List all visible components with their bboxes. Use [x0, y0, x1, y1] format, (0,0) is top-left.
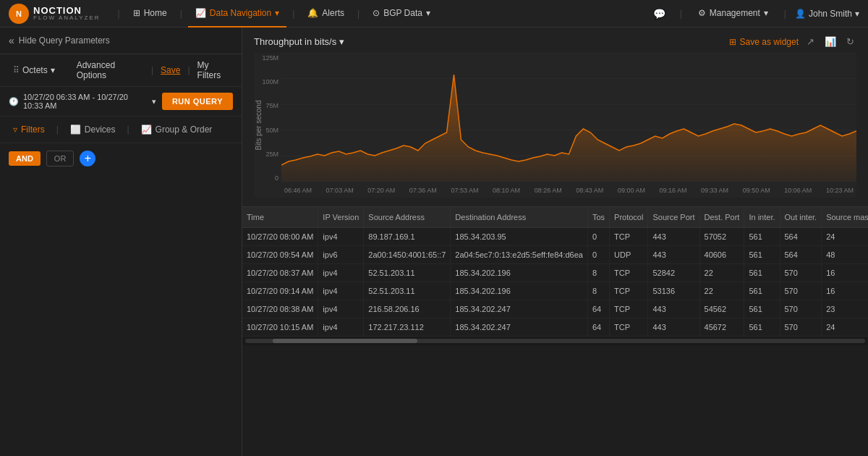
save-widget-label: Save as widget [740, 37, 799, 47]
and-button[interactable]: AND [9, 151, 41, 166]
nav-data-navigation[interactable]: 📈 Data Navigation ▾ [188, 0, 286, 28]
table-cell: 10/27/20 08:00 AM [242, 228, 318, 246]
table-cell: 561 [744, 318, 780, 337]
add-filter-button[interactable]: + [80, 151, 95, 166]
datetime-label: 10/27/20 06:33 AM - 10/27/20 10:33 AM [23, 93, 148, 110]
horizontal-scrollbar[interactable] [242, 337, 868, 345]
group-order-tab[interactable]: 📈 Group & Order [137, 122, 217, 137]
data-nav-icon: 📈 [195, 8, 206, 18]
query-options-row: ⠿ Octets ▾ Advanced Options | Save | My … [0, 54, 242, 87]
table-cell: 22 [699, 282, 744, 300]
table-cell: 2a04:5ec7:0:13:e2d5:5eff:fe84:d6ea [451, 246, 588, 264]
scrollbar-track[interactable] [245, 339, 865, 343]
table-cell: 16 [822, 264, 868, 282]
refresh-icon[interactable]: ↻ [844, 36, 856, 47]
table-cell: 10/27/20 08:37 AM [242, 264, 318, 282]
table-cell: 561 [744, 300, 780, 318]
col-protocol: Protocol [610, 207, 648, 228]
filters-tab[interactable]: ▿ Filters [9, 122, 49, 137]
table-cell: 185.34.202.196 [451, 264, 588, 282]
table-cell: 570 [780, 282, 822, 300]
x-label-3: 07:20 AM [367, 187, 395, 194]
chevron-down-chart: ▾ [339, 36, 344, 47]
data-table-area: Time IP Version Source Address Destinati… [242, 207, 868, 456]
x-label-6: 08:10 AM [493, 187, 520, 194]
or-button[interactable]: OR [46, 151, 75, 166]
logo-subtitle: FLOW ANALYZER [33, 15, 101, 21]
x-label-14: 10:23 AM [826, 187, 854, 194]
nav-alerts[interactable]: 🔔 Alerts [300, 0, 352, 28]
hide-query-bar[interactable]: « Hide Query Parameters [0, 28, 242, 54]
devices-label: Devices [85, 124, 116, 135]
group-icon: 📈 [141, 124, 152, 135]
table-cell: UDP [610, 246, 648, 264]
logo: N NOCTION FLOW ANALYZER [9, 4, 101, 24]
table-cell: ipv4 [318, 264, 364, 282]
x-label-9: 09:00 AM [618, 187, 645, 194]
chart-header: Throughput in bits/s ▾ ⊞ Save as widget … [254, 36, 856, 47]
bar-chart-icon[interactable]: 📊 [822, 36, 838, 47]
chart-area: Throughput in bits/s ▾ ⊞ Save as widget … [242, 28, 868, 207]
table-cell: 8 [587, 282, 609, 300]
table-cell: ipv4 [318, 282, 364, 300]
table-cell: 561 [744, 246, 780, 264]
devices-tab[interactable]: ⬜ Devices [66, 122, 120, 137]
table-cell: 89.187.169.1 [364, 228, 451, 246]
chevron-down-icon-mgmt: ▾ [764, 8, 768, 18]
table-cell: TCP [610, 264, 648, 282]
hide-chevron-icon: « [9, 35, 14, 46]
advanced-options-link[interactable]: Advanced Options [77, 60, 144, 80]
chevron-down-icon-user: ▾ [855, 9, 859, 19]
x-label-2: 07:03 AM [326, 187, 354, 194]
table-cell: 185.34.202.247 [451, 300, 588, 318]
col-in-inter: In inter. [744, 207, 780, 228]
table-cell: 172.217.23.112 [364, 318, 451, 337]
octets-dropdown[interactable]: ⠿ Octets ▾ [9, 63, 59, 77]
table-header-row: Time IP Version Source Address Destinati… [242, 207, 868, 228]
chevron-down-datetime: ▾ [152, 97, 156, 106]
x-label-8: 08:43 AM [576, 187, 603, 194]
chevron-down-icon-bgp: ▾ [426, 8, 430, 18]
table-cell: TCP [610, 228, 648, 246]
table-cell: 53136 [648, 282, 699, 300]
table-cell: 24 [822, 228, 868, 246]
table-cell: 185.34.202.247 [451, 318, 588, 337]
throughput-chart [281, 53, 856, 182]
x-label-11: 09:33 AM [701, 187, 728, 194]
table-cell: 561 [744, 228, 780, 246]
table-row: 10/27/20 09:14 AMipv452.51.203.11185.34.… [242, 282, 868, 300]
chart-svg-area [281, 53, 856, 182]
and-or-row: AND OR + [0, 143, 242, 174]
my-filters-link[interactable]: My Filters [197, 60, 233, 80]
table-cell: 10/27/20 09:54 AM [242, 246, 318, 264]
chart-title[interactable]: Throughput in bits/s ▾ [254, 36, 344, 47]
run-query-button[interactable]: RUN QUERY [162, 93, 233, 110]
datetime-row: 🕐 10/27/20 06:33 AM - 10/27/20 10:33 AM … [0, 87, 242, 117]
support-icon[interactable]: 💬 [647, 5, 671, 22]
save-widget-button[interactable]: ⊞ Save as widget [729, 37, 799, 47]
user-icon: 👤 [795, 9, 806, 19]
home-icon: ⊞ [133, 8, 140, 18]
nav-data-nav-label: Data Navigation [210, 8, 271, 18]
y-tick-100m: 100M [262, 78, 278, 85]
nav-bgp[interactable]: ⊙ BGP Data ▾ [365, 0, 438, 28]
user-menu[interactable]: 👤 John Smith ▾ [795, 9, 859, 19]
save-link[interactable]: Save [161, 65, 180, 75]
nav-home[interactable]: ⊞ Home [126, 0, 174, 28]
table-cell: TCP [610, 318, 648, 337]
nav-management[interactable]: ⚙ Management ▾ [691, 0, 775, 28]
col-ip-version: IP Version [318, 207, 364, 228]
table-cell: 443 [648, 300, 699, 318]
chevron-down-icon: ▾ [275, 8, 279, 18]
table-cell: 23 [822, 300, 868, 318]
external-link-icon[interactable]: ↗ [804, 36, 817, 47]
table-cell: 564 [780, 228, 822, 246]
scrollbar-thumb[interactable] [273, 339, 417, 343]
nav-management-label: Management [710, 8, 760, 18]
data-table: Time IP Version Source Address Destinati… [242, 207, 868, 337]
table-cell: ipv6 [318, 246, 364, 264]
table-cell: 570 [780, 300, 822, 318]
user-name-label: John Smith [809, 9, 852, 19]
datetime-selector[interactable]: 🕐 10/27/20 06:33 AM - 10/27/20 10:33 AM … [9, 93, 156, 110]
table-cell: ipv4 [318, 318, 364, 337]
